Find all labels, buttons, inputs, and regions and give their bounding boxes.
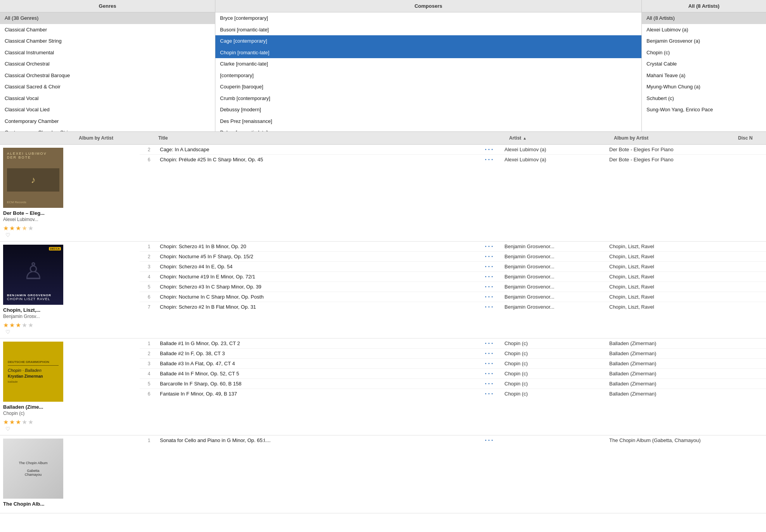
- track-options-dots[interactable]: • • •: [485, 147, 504, 152]
- track-options-dots[interactable]: • • •: [485, 264, 504, 269]
- track-row[interactable]: 6 Chopin: Prélude #25 In C Sharp Minor, …: [140, 155, 766, 164]
- track-row[interactable]: 2 Chopin: Nocturne #5 In F Sharp, Op. 15…: [140, 252, 766, 262]
- album-cover-chopin-album: The Chopin AlbumGabettaChamayou: [3, 439, 63, 499]
- genre-item-classical-vocal[interactable]: Classical Vocal: [0, 93, 215, 104]
- composer-item-bryce-contemporary[interactable]: Bryce [contemporary]: [215, 12, 641, 24]
- track-title: Cage: In A Landscape: [157, 147, 485, 152]
- track-artist: Alexei Lubimov (a): [504, 157, 601, 162]
- artist-item-all[interactable]: All (8 Artists): [642, 12, 766, 24]
- artist-item-schubert-c[interactable]: Schubert (c): [642, 93, 766, 104]
- genre-item-classical-chamber[interactable]: Classical Chamber: [0, 24, 215, 36]
- track-album: Chopin, Liszt, Ravel: [609, 294, 733, 300]
- track-album: Der Bote - Elegies For Piano: [609, 157, 733, 162]
- star-filled: ★: [16, 321, 21, 329]
- artist-sort-arrow: ▲: [523, 136, 527, 140]
- track-options-dots[interactable]: • • •: [485, 254, 504, 259]
- track-options-dots[interactable]: • • •: [485, 157, 504, 162]
- album-cover: The Chopin AlbumGabettaChamayou: [3, 439, 63, 499]
- track-album: Balladen (Zimerman): [609, 361, 733, 366]
- composer-item-contemporary[interactable]: [contemporary]: [215, 70, 641, 81]
- track-album: Der Bote - Elegies For Piano: [609, 147, 733, 152]
- track-row[interactable]: 6 Fantasie In F Minor, Op. 49, B 137 • •…: [140, 389, 766, 399]
- genre-item-classical-sacred-choir[interactable]: Classical Sacred & Choir: [0, 81, 215, 93]
- artist-item-benjamin-grosvenor[interactable]: Benjamin Grosvenor (a): [642, 35, 766, 47]
- track-row[interactable]: 2 Ballade #2 In F, Op. 38, CT 3 • • • Ch…: [140, 349, 766, 359]
- track-title: Chopin: Scherzo #4 In E, Op. 54: [157, 264, 485, 269]
- album-group-balladen: DEUTSCHE GRAMMOPHON Chopin · Balladen Kr…: [0, 339, 766, 435]
- track-row[interactable]: 3 Chopin: Scherzo #4 In E, Op. 54 • • • …: [140, 262, 766, 272]
- artists-header: All (8 Artists): [642, 0, 766, 12]
- genre-item-classical-chamber-string[interactable]: Classical Chamber String: [0, 35, 215, 47]
- track-options-dots[interactable]: • • •: [485, 295, 504, 299]
- col-artist[interactable]: Artist ▲: [506, 134, 603, 142]
- favorite-button[interactable]: ♡: [5, 329, 10, 335]
- composer-item-dukas[interactable]: Dukas [romantic-late]: [215, 127, 641, 131]
- track-title: Sonata for Cello and Piano in G Minor, O…: [157, 437, 485, 443]
- composer-item-cage[interactable]: Cage [contemporary]: [215, 35, 641, 47]
- track-row[interactable]: 2 Cage: In A Landscape • • • Alexei Lubi…: [140, 145, 766, 155]
- favorite-button[interactable]: ♡: [5, 232, 10, 238]
- track-options-dots[interactable]: • • •: [485, 438, 504, 442]
- track-artist: Chopin (c): [504, 361, 601, 366]
- track-options-dots[interactable]: • • •: [485, 361, 504, 366]
- col-dots-header: [487, 134, 506, 142]
- track-options-dots[interactable]: • • •: [485, 382, 504, 386]
- track-options-dots[interactable]: • • •: [485, 351, 504, 356]
- star-filled: ★: [9, 321, 15, 329]
- track-options-dots[interactable]: • • •: [485, 305, 504, 309]
- artist-item-myung-whun-chung[interactable]: Myung-Whun Chung (a): [642, 81, 766, 93]
- genre-item-contemporary-chamber-string[interactable]: Contemporary Chamber String: [0, 127, 215, 131]
- album-cover: DEUTSCHE GRAMMOPHON Chopin · Balladen Kr…: [3, 342, 63, 402]
- track-row[interactable]: 1 Sonata for Cello and Piano in G Minor,…: [140, 435, 766, 445]
- track-options-dots[interactable]: • • •: [485, 341, 504, 345]
- track-row[interactable]: 1 Ballade #1 In G Minor, Op. 23, CT 2 • …: [140, 339, 766, 349]
- composer-item-couperin[interactable]: Couperin [baroque]: [215, 81, 641, 93]
- track-row[interactable]: 3 Ballade #3 In A Flat, Op. 47, CT 4 • •…: [140, 359, 766, 369]
- artist-item-chopin-c[interactable]: Chopin (c): [642, 47, 766, 59]
- track-number: 2: [141, 147, 157, 152]
- composer-item-crumb[interactable]: Crumb [contemporary]: [215, 93, 641, 104]
- composer-item-chopin[interactable]: Chopin [romantic-late]: [215, 47, 641, 59]
- genre-item-all[interactable]: All (38 Genres): [0, 12, 215, 24]
- artist-item-sung-won-yang[interactable]: Sung-Won Yang, Enrico Pace: [642, 104, 766, 116]
- artist-item-mahani-teave[interactable]: Mahani Teave (a): [642, 70, 766, 81]
- composer-item-clarke[interactable]: Clarke [romantic-late]: [215, 58, 641, 70]
- track-row[interactable]: 4 Chopin: Nocturne #19 In E Minor, Op. 7…: [140, 272, 766, 282]
- track-options-dots[interactable]: • • •: [485, 392, 504, 396]
- track-number: 6: [141, 391, 157, 397]
- track-options-dots[interactable]: • • •: [485, 275, 504, 279]
- composer-item-des-prez[interactable]: Des Prez [renaissance]: [215, 116, 641, 127]
- track-options-dots[interactable]: • • •: [485, 244, 504, 249]
- genre-item-classical-orchestral[interactable]: Classical Orchestral: [0, 58, 215, 70]
- track-row[interactable]: 4 Ballade #4 In F Minor, Op. 52, CT 5 • …: [140, 369, 766, 379]
- track-number: 6: [141, 294, 157, 300]
- track-row[interactable]: 1 Chopin: Scherzo #1 In B Minor, Op. 20 …: [140, 242, 766, 252]
- composer-item-debussy[interactable]: Debussy [modern]: [215, 104, 641, 116]
- track-row[interactable]: 6 Chopin: Nocturne In C Sharp Minor, Op.…: [140, 292, 766, 302]
- track-row[interactable]: 5 Chopin: Scherzo #3 In C Sharp Minor, O…: [140, 282, 766, 292]
- track-number: 4: [141, 274, 157, 280]
- star-empty: ★: [22, 418, 27, 426]
- genre-item-classical-orchestral-baroque[interactable]: Classical Orchestral Baroque: [0, 70, 215, 81]
- artist-item-crystal-cable[interactable]: Crystal Cable: [642, 58, 766, 70]
- track-number: 2: [141, 254, 157, 259]
- track-album: Chopin, Liszt, Ravel: [609, 244, 733, 249]
- genre-item-classical-instrumental[interactable]: Classical Instrumental: [0, 47, 215, 59]
- track-artist: Alexei Lubimov (a): [504, 147, 601, 152]
- col-title[interactable]: Title: [155, 134, 487, 142]
- track-artist: Chopin (c): [504, 391, 601, 397]
- col-sort-spacer: [603, 134, 611, 142]
- album-left-balladen: DEUTSCHE GRAMMOPHON Chopin · Balladen Kr…: [0, 339, 140, 435]
- track-row[interactable]: 7 Chopin: Scherzo #2 In B Flat Minor, Op…: [140, 302, 766, 312]
- artist-item-alexei-lubimov[interactable]: Alexei Lubimov (a): [642, 24, 766, 36]
- track-options-dots[interactable]: • • •: [485, 371, 504, 376]
- track-row[interactable]: 5 Barcarolle In F Sharp, Op. 60, B 158 •…: [140, 379, 766, 389]
- genre-item-contemporary-chamber[interactable]: Contemporary Chamber: [0, 116, 215, 127]
- track-options-dots[interactable]: • • •: [485, 285, 504, 289]
- album-artist-name: Benjamin Grosv...: [3, 314, 40, 319]
- genres-header: Genres: [0, 0, 215, 12]
- favorite-button[interactable]: ♡: [5, 426, 10, 432]
- album-left-chopin-liszt: DECCA ♙ BENJAMIN GROSVENOR CHOPIN LISZT …: [0, 242, 140, 338]
- genre-item-classical-vocal-lied[interactable]: Classical Vocal Lied: [0, 104, 215, 116]
- composer-item-busoni[interactable]: Busoni [romantic-late]: [215, 24, 641, 36]
